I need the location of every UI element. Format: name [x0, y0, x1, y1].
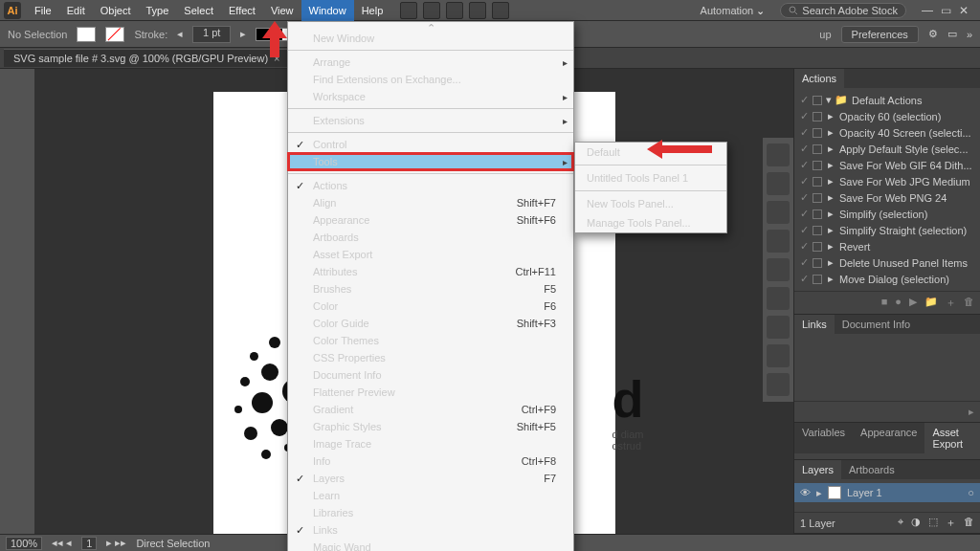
menu-gradient[interactable]: GradientCtrl+F9 [288, 401, 573, 418]
panel-icon[interactable]: ▭ [947, 28, 957, 40]
action-row[interactable]: ✓▸Save For Web PNG 24 [794, 189, 980, 206]
action-row[interactable]: ✓▸Opacity 40 Screen (selecti... [794, 124, 980, 141]
zoom-field[interactable]: 100% [6, 537, 42, 550]
action-row[interactable]: ✓▸Save For Web JPG Medium [794, 173, 980, 189]
menu-control[interactable]: Control [288, 136, 573, 153]
menu-libraries[interactable]: Libraries [288, 504, 573, 521]
search-input[interactable]: Search Adobe Stock [780, 3, 906, 18]
layer-row[interactable]: 👁 ▸ Layer 1 ○ [794, 483, 980, 502]
menu-find-extensions[interactable]: Find Extensions on Exchange... [288, 71, 573, 88]
sublayer-icon[interactable]: ⬚ [928, 516, 938, 530]
action-row[interactable]: ✓▸Simplify Straight (selection) [794, 222, 980, 238]
actions-set[interactable]: ✓▾ 📁Default Actions [794, 92, 980, 108]
stop-icon[interactable]: ■ [881, 296, 888, 310]
artboard-nav-prev[interactable]: ◂◂ ◂ [52, 537, 72, 549]
menu-css[interactable]: CSS Properties [288, 349, 573, 366]
menu-graphic-styles[interactable]: Graphic StylesShift+F5 [288, 418, 573, 435]
collapse-icon[interactable]: » [967, 29, 972, 40]
menu-info[interactable]: InfoCtrl+F8 [288, 452, 573, 470]
locate-icon[interactable]: ⌖ [898, 516, 903, 530]
actions-tab[interactable]: Actions [794, 69, 844, 88]
panel-icon[interactable] [767, 230, 790, 253]
submenu-new[interactable]: New Tools Panel... [575, 194, 726, 213]
menu-workspace[interactable]: Workspace [288, 88, 573, 105]
submenu-manage[interactable]: Manage Tools Panel... [575, 213, 726, 232]
submenu-untitled[interactable]: Untitled Tools Panel 1 [575, 168, 726, 187]
menu-artboards[interactable]: Artboards [288, 229, 573, 246]
icon-generic[interactable] [446, 2, 463, 19]
fill-swatch[interactable] [77, 27, 96, 42]
menu-align[interactable]: AlignShift+F7 [288, 194, 573, 211]
new-action-icon[interactable]: ＋ [946, 296, 956, 310]
menu-flattener[interactable]: Flattener Preview [288, 384, 573, 401]
new-set-icon[interactable]: 📁 [924, 296, 938, 310]
icon-generic[interactable] [492, 2, 509, 19]
stroke-increment[interactable]: ▸ [240, 28, 246, 40]
appearance-tab[interactable]: Appearance [853, 423, 924, 453]
menu-magic-wand[interactable]: Magic Wand [288, 539, 573, 551]
menu-arrange[interactable]: Arrange [288, 54, 573, 71]
icon-generic[interactable] [400, 2, 417, 19]
menu-edit[interactable]: Edit [59, 0, 93, 21]
mask-icon[interactable]: ◑ [911, 516, 921, 530]
action-row[interactable]: ✓▸Delete Unused Panel Items [794, 254, 980, 271]
menu-asset-export[interactable]: Asset Export [288, 246, 573, 263]
panel-icon[interactable] [767, 143, 790, 166]
action-row[interactable]: ✓▸Move Dialog (selection) [794, 271, 980, 287]
action-row[interactable]: ✓▸Apply Default Style (selec... [794, 141, 980, 157]
stroke-swatch[interactable] [105, 27, 124, 42]
icon-generic[interactable] [469, 2, 486, 19]
menu-actions[interactable]: Actions [288, 177, 573, 194]
menu-window[interactable]: Window [301, 0, 354, 21]
maximize-icon[interactable]: ▭ [941, 4, 951, 17]
menu-type[interactable]: Type [139, 0, 177, 21]
menu-layers[interactable]: LayersF7 [288, 470, 573, 487]
action-row[interactable]: ✓▸Simplify (selection) [794, 206, 980, 222]
automation-dropdown[interactable]: Automation ⌄ [693, 0, 773, 21]
stroke-weight-input[interactable]: 1 pt [192, 26, 231, 43]
menu-tools[interactable]: Tools [288, 153, 573, 170]
icon-generic[interactable] [423, 2, 440, 19]
play-icon[interactable]: ▶ [909, 296, 917, 310]
menu-color[interactable]: ColorF6 [288, 298, 573, 315]
menu-select[interactable]: Select [176, 0, 221, 21]
record-icon[interactable]: ● [895, 296, 902, 310]
action-row[interactable]: ✓▸Opacity 60 (selection) [794, 108, 980, 124]
menu-view[interactable]: View [263, 0, 301, 21]
menu-attributes[interactable]: AttributesCtrl+F11 [288, 263, 573, 280]
menu-file[interactable]: File [27, 0, 59, 21]
minimize-icon[interactable]: — [922, 4, 933, 17]
layers-tab[interactable]: Layers [794, 460, 841, 479]
chevron-right-icon[interactable]: ▸ [816, 487, 822, 499]
target-icon[interactable]: ○ [968, 487, 974, 498]
menu-links[interactable]: Links [288, 521, 573, 539]
menu-appearance[interactable]: AppearanceShift+F6 [288, 211, 573, 229]
document-tab[interactable]: SVG sample file # 3.svg @ 100% (RGB/GPU … [4, 49, 291, 67]
docinfo-tab[interactable]: Document Info [835, 315, 919, 334]
menu-image-trace[interactable]: Image Trace [288, 435, 573, 452]
tools-column[interactable] [0, 69, 34, 534]
stroke-decrement[interactable]: ◂ [177, 28, 183, 40]
action-row[interactable]: ✓▸Save For Web GIF 64 Dith... [794, 157, 980, 173]
gear-icon[interactable]: ⚙ [928, 28, 938, 40]
menu-object[interactable]: Object [93, 0, 139, 21]
artboards-tab[interactable]: Artboards [841, 460, 902, 479]
panel-icon[interactable] [767, 373, 790, 396]
panel-icon[interactable] [767, 287, 790, 310]
menu-color-guide[interactable]: Color GuideShift+F3 [288, 315, 573, 332]
artboard-nav-field[interactable]: 1 [81, 537, 97, 550]
visibility-icon[interactable]: 👁 [800, 487, 811, 498]
menu-color-themes[interactable]: Color Themes [288, 332, 573, 349]
links-tab[interactable]: Links [794, 315, 835, 334]
layer-name[interactable]: Layer 1 [847, 487, 882, 498]
new-layer-icon[interactable]: ＋ [946, 516, 956, 530]
panel-icon[interactable] [767, 172, 790, 195]
menu-brushes[interactable]: BrushesF5 [288, 280, 573, 298]
variables-tab[interactable]: Variables [794, 423, 853, 453]
close-icon[interactable]: ✕ [959, 4, 969, 17]
menu-docinfo[interactable]: Document Info [288, 366, 573, 384]
panel-icon[interactable] [767, 258, 790, 281]
trash-icon[interactable]: 🗑 [964, 296, 974, 310]
panel-icon[interactable] [767, 316, 790, 339]
preferences-button[interactable]: Preferences [841, 26, 919, 43]
